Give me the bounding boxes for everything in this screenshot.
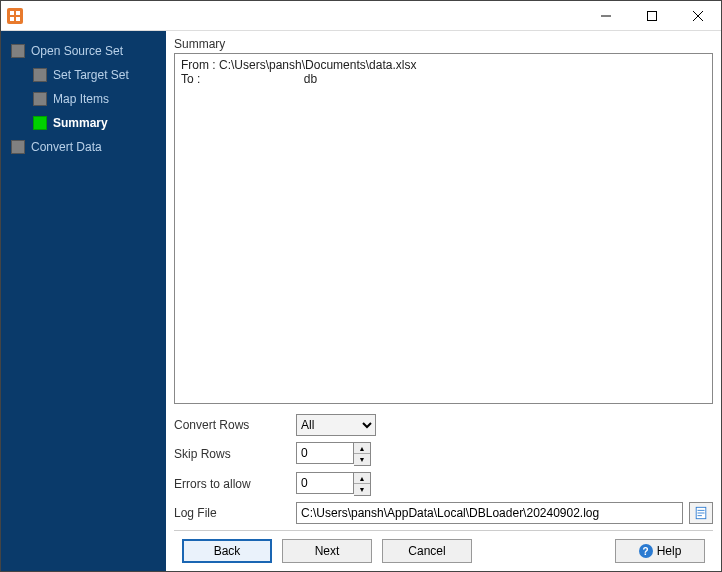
sidebar-item-convert-data[interactable]: Convert Data [11, 135, 166, 159]
summary-to-label: To : [181, 72, 200, 86]
sidebar-item-label: Set Target Set [53, 68, 129, 82]
main-panel: Summary From : C:\Users\pansh\Documents\… [166, 31, 721, 571]
minimize-button[interactable] [583, 1, 629, 31]
next-button[interactable]: Next [282, 539, 372, 563]
sidebar-item-label: Open Source Set [31, 44, 123, 58]
close-button[interactable] [675, 1, 721, 31]
skip-rows-input[interactable] [296, 442, 354, 464]
errors-allow-spinner[interactable]: ▲ ▼ [296, 472, 371, 496]
spin-up-icon[interactable]: ▲ [354, 473, 370, 484]
svg-rect-0 [648, 11, 657, 20]
help-button[interactable]: ? Help [615, 539, 705, 563]
sidebar-item-label: Convert Data [31, 140, 102, 154]
sidebar-item-set-target-set[interactable]: Set Target Set [33, 63, 166, 87]
summary-from-label: From : [181, 58, 216, 72]
step-status-icon [33, 68, 47, 82]
skip-rows-spinner[interactable]: ▲ ▼ [296, 442, 371, 466]
errors-allow-label: Errors to allow [174, 477, 296, 491]
log-file-input[interactable] [296, 502, 683, 524]
help-icon: ? [639, 544, 653, 558]
summary-textarea[interactable]: From : C:\Users\pansh\Documents\data.xls… [174, 53, 713, 404]
log-file-browse-button[interactable] [689, 502, 713, 524]
convert-rows-label: Convert Rows [174, 418, 296, 432]
step-status-icon [11, 44, 25, 58]
sidebar-item-label: Map Items [53, 92, 109, 106]
titlebar [1, 1, 721, 31]
app-icon [7, 8, 23, 24]
window-controls [583, 1, 721, 31]
step-status-icon [11, 140, 25, 154]
sidebar-item-summary[interactable]: Summary [33, 111, 166, 135]
options-panel: Convert Rows All Skip Rows ▲ ▼ Errors to… [174, 414, 713, 530]
maximize-button[interactable] [629, 1, 675, 31]
errors-allow-input[interactable] [296, 472, 354, 494]
skip-rows-label: Skip Rows [174, 447, 296, 461]
summary-to-value: db [304, 72, 317, 86]
back-button[interactable]: Back [182, 539, 272, 563]
spin-down-icon[interactable]: ▼ [354, 454, 370, 465]
spin-up-icon[interactable]: ▲ [354, 443, 370, 454]
spin-down-icon[interactable]: ▼ [354, 484, 370, 495]
section-title: Summary [174, 37, 713, 51]
footer-buttons: Back Next Cancel ? Help [174, 530, 713, 571]
sidebar-item-map-items[interactable]: Map Items [33, 87, 166, 111]
step-status-icon [33, 116, 47, 130]
sidebar-item-label: Summary [53, 116, 108, 130]
sidebar-item-open-source-set[interactable]: Open Source Set [11, 39, 166, 63]
wizard-sidebar: Open Source Set Set Target Set Map Items… [1, 31, 166, 571]
document-icon [694, 506, 708, 520]
cancel-button[interactable]: Cancel [382, 539, 472, 563]
convert-rows-select[interactable]: All [296, 414, 376, 436]
log-file-label: Log File [174, 506, 296, 520]
step-status-icon [33, 92, 47, 106]
summary-from-value: C:\Users\pansh\Documents\data.xlsx [219, 58, 416, 72]
